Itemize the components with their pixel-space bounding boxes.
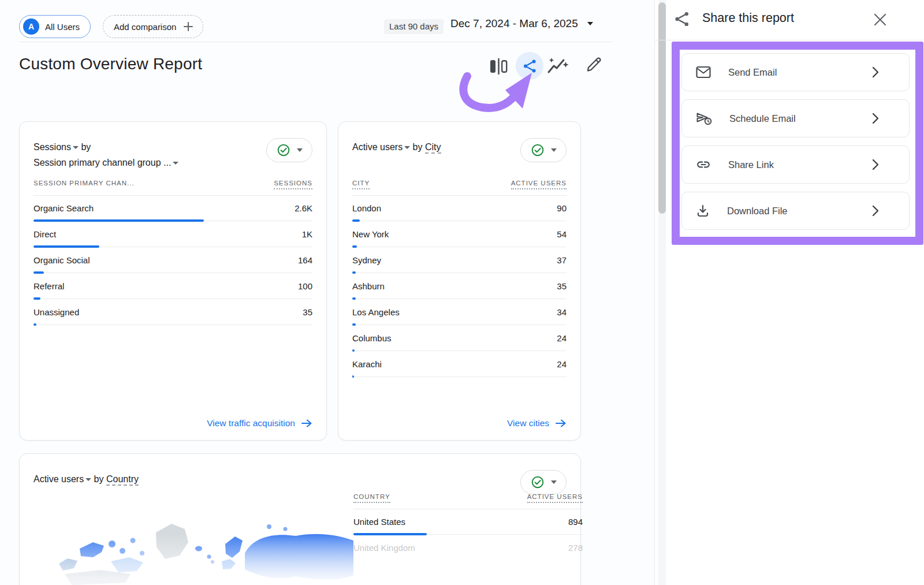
avatar: A [23, 18, 39, 35]
email-icon [696, 66, 711, 79]
page-title: Custom Overview Report [19, 55, 202, 73]
date-range-selector[interactable]: Dec 7, 2024 - Mar 6, 2025 [450, 17, 593, 30]
row-value: 2.6K [295, 203, 312, 214]
main-report-area: A All Users Add comparison Last 90 days … [0, 0, 654, 585]
row-bar [352, 375, 567, 378]
share-icon[interactable] [516, 52, 543, 80]
chevron-down-icon [551, 480, 557, 484]
option-label: Share Link [728, 159, 774, 170]
by-label: by [94, 474, 104, 484]
arrow-right-icon [555, 419, 567, 428]
option-label: Download File [727, 206, 788, 217]
metric-selector[interactable]: Active users [33, 474, 91, 484]
option-label: Send Email [728, 67, 777, 78]
schedule-send-icon [696, 111, 712, 125]
row-label: Los Angeles [352, 307, 400, 318]
chevron-down-icon [587, 22, 593, 25]
table-row: Columbus24 [352, 333, 567, 352]
table-row: Los Angeles34 [352, 307, 567, 326]
date-range-text: Dec 7, 2024 - Mar 6, 2025 [450, 17, 578, 30]
row-value: 278 [568, 542, 583, 553]
row-bar [33, 271, 312, 274]
card-status-dropdown[interactable] [520, 138, 567, 162]
all-users-chip[interactable]: A All Users [19, 15, 91, 38]
column-header[interactable]: COUNTRY [353, 493, 390, 503]
row-bar [33, 245, 312, 248]
download-icon [696, 204, 710, 218]
ga4-report-screenshot: { "topbar": { "avatar_letter": "A", "all… [0, 0, 924, 585]
edit-icon[interactable] [584, 55, 603, 74]
scrollbar-thumb[interactable] [658, 2, 666, 214]
table-row: Ashburn35 [352, 281, 567, 300]
row-bar [33, 297, 312, 300]
metric-selector[interactable]: Active users [352, 142, 410, 152]
row-label: United Kingdom [353, 542, 415, 553]
add-comparison-chip[interactable]: Add comparison [103, 15, 203, 38]
table-row: Direct1K [33, 229, 312, 248]
option-label: Schedule Email [729, 113, 796, 124]
column-header[interactable]: SESSION PRIMARY CHAN... [33, 180, 135, 189]
row-bar [352, 245, 567, 248]
add-comparison-label: Add comparison [114, 22, 176, 32]
table-row: Karachi24 [352, 359, 567, 378]
chevron-down-icon [404, 146, 410, 149]
comparison-icon[interactable] [489, 57, 509, 76]
card-status-dropdown[interactable] [266, 138, 312, 162]
row-value: 34 [557, 307, 567, 318]
dimension-selector[interactable]: City [425, 142, 441, 154]
view-cities-link[interactable]: View cities [507, 418, 567, 428]
row-label: Organic Social [33, 255, 90, 266]
metric-selector[interactable]: Sessions [33, 142, 79, 152]
table-row: London90 [352, 203, 567, 222]
divider [655, 40, 924, 40]
view-traffic-acquisition-link[interactable]: View traffic acquisition [207, 418, 312, 428]
column-header-sorted[interactable]: SESSIONS [274, 180, 312, 189]
country-table: COUNTRY ACTIVE USERS United States894 Un… [353, 493, 583, 553]
column-header-sorted[interactable]: ACTIVE USERS [511, 180, 567, 189]
link-icon [696, 157, 711, 172]
row-value: 90 [557, 203, 567, 214]
row-bar [352, 349, 567, 352]
column-header-sorted[interactable]: ACTIVE USERS [527, 493, 583, 503]
row-bar [352, 297, 567, 300]
row-bar [352, 271, 567, 274]
row-label: Ashburn [352, 281, 385, 292]
table-row: Organic Social164 [33, 255, 312, 274]
row-label: Sydney [352, 255, 381, 266]
share-icon [673, 10, 691, 28]
dimension-selector[interactable]: Country [106, 474, 139, 486]
close-icon[interactable] [872, 12, 888, 28]
countries-card: Active users by Country [19, 453, 581, 585]
table-row: United States894 [353, 516, 583, 535]
download-file-option[interactable]: Download File [681, 192, 910, 230]
divider [19, 42, 612, 42]
chevron-down-icon [173, 162, 178, 165]
row-value: 24 [557, 333, 567, 344]
row-label: Unassigned [33, 307, 79, 318]
table-row: New York54 [352, 229, 567, 248]
dimension-selector[interactable]: Session primary channel group ... [33, 158, 178, 167]
chevron-right-icon [872, 66, 879, 78]
row-label: Direct [33, 229, 56, 240]
column-header[interactable]: CITY [352, 180, 370, 189]
check-circle-icon [531, 143, 545, 157]
chevron-right-icon [872, 113, 879, 124]
divider [33, 195, 312, 196]
row-label: Organic Search [33, 203, 94, 214]
row-bar [352, 323, 567, 326]
chevron-down-icon [73, 146, 79, 149]
check-circle-icon [531, 475, 545, 489]
table-row: Organic Search2.6K [33, 203, 312, 222]
share-link-option[interactable]: Share Link [681, 146, 910, 184]
panel-title: Share this report [702, 11, 794, 25]
table-row: Referral100 [33, 281, 312, 300]
send-email-option[interactable]: Send Email [681, 53, 910, 91]
row-label: Referral [33, 281, 64, 292]
schedule-email-option[interactable]: Schedule Email [681, 99, 910, 137]
insights-icon[interactable] [546, 56, 569, 77]
card-status-dropdown[interactable] [520, 470, 567, 494]
table-row: Unassigned35 [33, 307, 312, 326]
row-value: 100 [298, 281, 312, 292]
sessions-card: Sessions by Session primary channel grou… [19, 121, 327, 441]
annotation-highlight-box: Send Email Schedule Email [672, 42, 923, 245]
